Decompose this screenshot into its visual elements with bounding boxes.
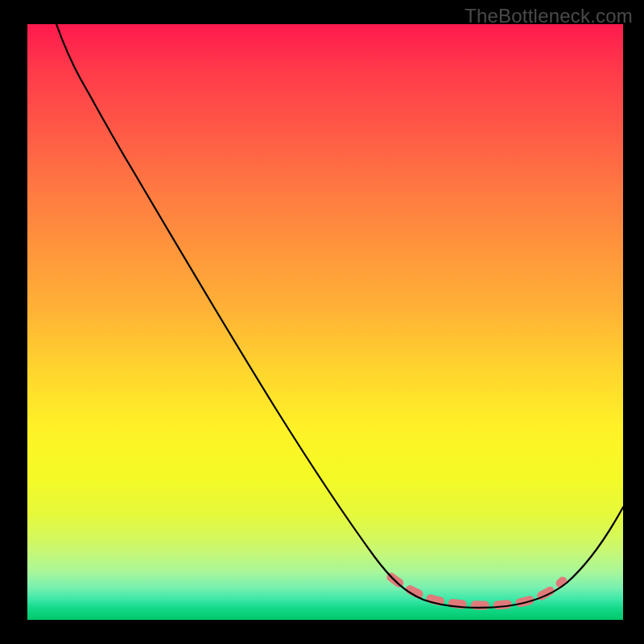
- bottleneck-curve: [56, 24, 623, 608]
- chart-frame: TheBottleneck.com: [0, 0, 644, 644]
- optimal-zone-marker: [391, 577, 563, 605]
- plot-area: [27, 24, 623, 620]
- curve-svg: [27, 24, 623, 620]
- watermark-text: TheBottleneck.com: [464, 5, 633, 27]
